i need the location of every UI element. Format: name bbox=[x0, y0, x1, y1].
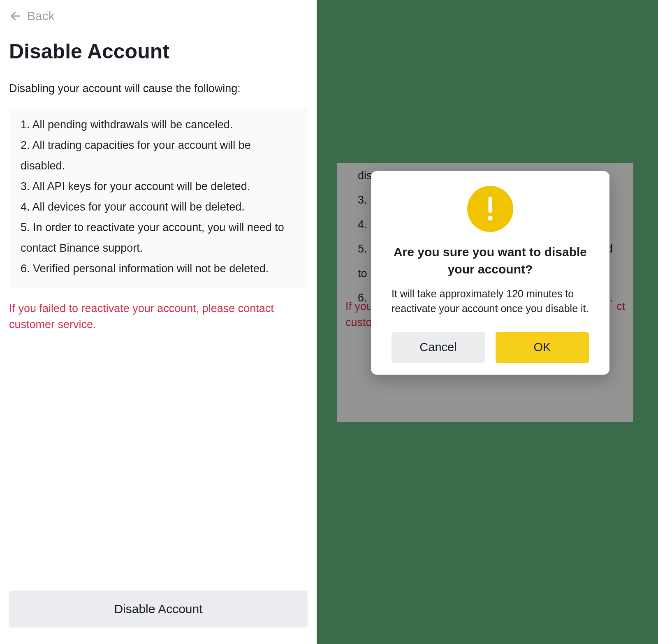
page-title: Disable Account bbox=[9, 39, 308, 63]
disable-account-button[interactable]: Disable Account bbox=[9, 591, 308, 628]
list-item: 5. In order to reactivate your account, … bbox=[21, 218, 296, 259]
confirm-disable-modal: Are you sure you want to disable your ac… bbox=[371, 171, 609, 375]
list-item: 3. All API keys for your account will be… bbox=[21, 176, 296, 197]
warning-icon bbox=[467, 186, 513, 232]
modal-body: It will take approximately 120 minutes t… bbox=[371, 286, 609, 316]
arrow-left-icon bbox=[9, 9, 22, 23]
modal-title: Are you sure you want to disable your ac… bbox=[371, 243, 609, 278]
list-item: 6. Verified personal information will no… bbox=[21, 259, 296, 279]
svg-rect-1 bbox=[489, 197, 492, 213]
disable-account-screen: Back Disable Account Disabling your acco… bbox=[0, 0, 317, 644]
ok-button[interactable]: OK bbox=[496, 332, 589, 363]
list-item: 4. All devices for your account will be … bbox=[21, 197, 296, 218]
svg-point-2 bbox=[488, 216, 493, 221]
warning-text: If you failed to reactivate your account… bbox=[9, 301, 308, 333]
right-panel: disabled. 3. 4. 5. d to 6. l. If you bbox=[317, 0, 658, 644]
subhead: Disabling your account will cause the fo… bbox=[9, 82, 308, 95]
list-item: 1. All pending withdrawals will be cance… bbox=[21, 115, 296, 135]
back-button[interactable]: Back bbox=[9, 9, 308, 23]
cancel-button[interactable]: Cancel bbox=[392, 332, 485, 363]
back-label: Back bbox=[27, 9, 55, 23]
confirmation-screen: disabled. 3. 4. 5. d to 6. l. If you bbox=[337, 163, 633, 422]
list-item: 2. All trading capacities for your accou… bbox=[21, 135, 296, 176]
consequences-box: 1. All pending withdrawals will be cance… bbox=[9, 108, 308, 288]
